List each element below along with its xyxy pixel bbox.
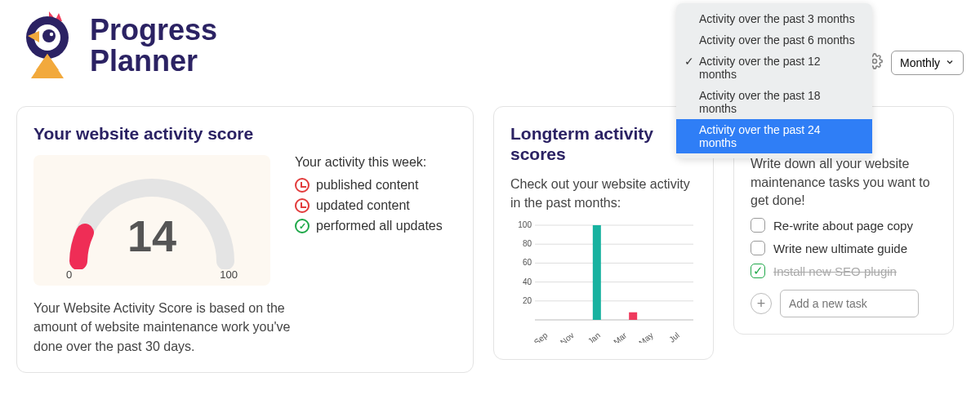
range-option-3m[interactable]: Activity over the past 3 months: [676, 8, 872, 29]
activity-score-card: Your website activity score 14 0 100 You…: [16, 106, 474, 373]
logo-icon: [16, 10, 80, 82]
activity-item: published content: [295, 178, 443, 193]
brand-line2: Planner: [90, 46, 217, 77]
longterm-chart: 10080604020SepNovJanMarMayJul: [510, 220, 698, 343]
activity-desc: Your Website Activity Score is based on …: [33, 299, 295, 356]
svg-point-3: [50, 33, 53, 36]
gauge-min: 0: [66, 268, 72, 281]
todo-item: Write new ultimate guide: [751, 241, 937, 255]
brand-logo: Progress Planner: [16, 10, 217, 82]
todo-label: Install new SEO plugin: [773, 264, 897, 278]
svg-text:Jan: Jan: [586, 330, 602, 343]
gauge-max: 100: [220, 268, 238, 281]
activity-item: ✓ performed all updates: [295, 219, 443, 233]
range-option-18m[interactable]: Activity over the past 18 months: [676, 85, 872, 119]
range-dropdown: Activity over the past 3 months Activity…: [676, 3, 872, 158]
todo-item: ✓ Install new SEO plugin: [751, 264, 937, 278]
todo-subtext: Write down all your website maintenance …: [751, 155, 937, 210]
activity-item: updated content: [295, 198, 443, 213]
clock-icon: [295, 178, 310, 193]
check-circle-icon: ✓: [295, 219, 310, 233]
todo-label: Re-write about page copy: [773, 219, 913, 233]
todo-checkbox[interactable]: [751, 218, 765, 233]
svg-text:40: 40: [523, 277, 532, 286]
range-option-6m[interactable]: Activity over the past 6 months: [676, 29, 872, 51]
svg-rect-17: [629, 313, 637, 320]
todo-checkbox[interactable]: ✓: [751, 264, 765, 278]
activity-gauge: 14 0 100: [33, 155, 270, 286]
todo-checkbox[interactable]: [751, 241, 765, 255]
todo-item: Re-write about page copy: [751, 218, 937, 233]
monthly-select[interactable]: Monthly: [891, 51, 964, 75]
longterm-title: Longterm activity scores: [510, 123, 697, 164]
range-option-24m[interactable]: Activity over the past 24 months: [676, 119, 872, 153]
svg-text:Nov: Nov: [559, 330, 576, 343]
clock-icon: [295, 198, 310, 213]
svg-text:80: 80: [523, 239, 532, 248]
svg-rect-16: [593, 225, 601, 320]
todo-label: Write new ultimate guide: [773, 242, 907, 255]
activity-week-title: Your activity this week:: [295, 155, 443, 170]
svg-text:Mar: Mar: [612, 330, 629, 343]
activity-title: Your website activity score: [33, 123, 457, 144]
svg-point-2: [42, 29, 56, 42]
add-task-input[interactable]: [780, 290, 919, 317]
range-option-12m[interactable]: Activity over the past 12 months: [676, 51, 872, 85]
svg-point-4: [872, 60, 876, 64]
svg-text:20: 20: [523, 296, 532, 305]
svg-text:100: 100: [518, 220, 532, 229]
svg-text:Jul: Jul: [667, 330, 681, 343]
longterm-subtext: Check out your website activity in the p…: [510, 175, 697, 212]
add-task-button[interactable]: +: [751, 293, 772, 314]
svg-text:Sep: Sep: [532, 330, 550, 343]
activity-score-value: 14: [33, 211, 270, 261]
monthly-label: Monthly: [900, 56, 940, 69]
chevron-down-icon: [945, 56, 955, 69]
brand-line1: Progress: [90, 15, 217, 46]
svg-text:May: May: [637, 330, 655, 343]
svg-text:60: 60: [523, 259, 532, 268]
